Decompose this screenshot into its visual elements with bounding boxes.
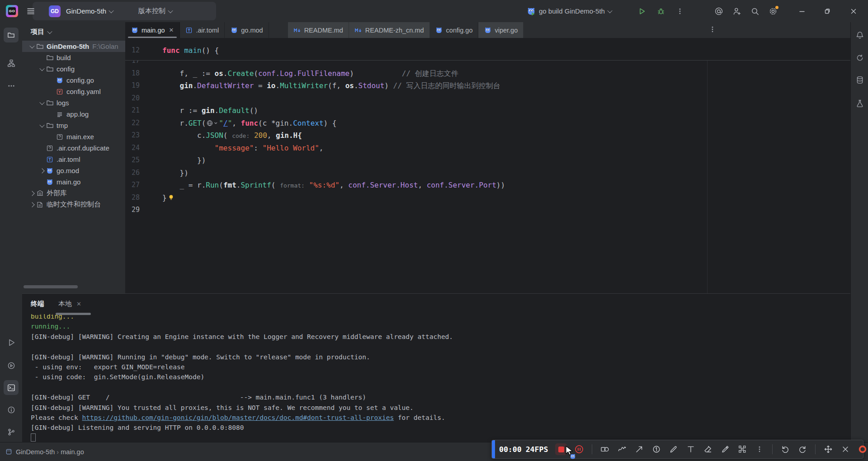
undo-tool-button[interactable] (777, 442, 794, 457)
run-outline-icon (7, 338, 16, 347)
code-editor[interactable]: 1718 f, _ := os.Create(conf.Log.FullFile… (125, 38, 850, 293)
redo-tool-button[interactable] (794, 442, 811, 457)
kebab-tool-button[interactable] (751, 442, 768, 457)
search-everywhere-button[interactable] (748, 4, 762, 19)
ai-assistant-button[interactable] (712, 4, 726, 19)
tree-item-go.mod[interactable]: go.mod (22, 165, 125, 176)
line-number[interactable]: 12 (125, 44, 140, 57)
pencil-tool-button[interactable] (665, 442, 682, 457)
debug-button[interactable] (654, 4, 668, 19)
editor-tab-README-zh_cn.md[interactable]: README-zh_cn.md (349, 22, 430, 38)
more-run-options-button[interactable] (673, 4, 687, 19)
close-tab-icon[interactable]: ✕ (169, 27, 174, 33)
close-tab-icon[interactable]: ✕ (76, 301, 81, 307)
tree-item-config[interactable]: config (22, 63, 125, 75)
editor-tab-go.mod[interactable]: go.mod (225, 22, 269, 38)
tool-problems-button[interactable] (4, 402, 19, 417)
terminal-tab-local[interactable]: 本地 ✕ (58, 300, 81, 308)
project-selector[interactable]: GinDemo-5th (66, 0, 113, 22)
tree-item-build[interactable]: build (22, 52, 125, 63)
line-number[interactable]: 22 (125, 117, 140, 130)
editor-tab-.air.toml[interactable]: .air.toml (180, 22, 225, 38)
tool-more-button[interactable] (4, 78, 19, 93)
editor-tab-main.go[interactable]: main.go✕ (125, 22, 180, 38)
tool-terminal-button[interactable] (4, 380, 19, 395)
editor-tab-config.go[interactable]: config.go (430, 22, 479, 38)
line-number[interactable]: 19 (125, 80, 140, 92)
tool-notifications-button[interactable] (852, 28, 867, 42)
chevron-down-icon[interactable] (38, 67, 46, 71)
step-tool-button[interactable] (648, 442, 665, 457)
tool-run-button[interactable] (4, 335, 19, 350)
window-minimize-button[interactable] (795, 4, 809, 19)
line-number[interactable]: 18 (125, 67, 140, 80)
vcs-widget[interactable]: 版本控制 (138, 0, 172, 22)
window-close-button[interactable] (846, 4, 861, 19)
tool-version-control-button[interactable] (4, 424, 19, 439)
line-number[interactable]: 23 (125, 129, 140, 142)
tree-item-外部库[interactable]: 外部库 (22, 188, 125, 199)
tree-item-logs[interactable]: logs (22, 97, 125, 108)
tree-item-.air.conf.duplicate[interactable]: .air.conf.duplicate (22, 142, 125, 154)
tree-item-临时文件和控制台[interactable]: 临时文件和控制台 (22, 199, 125, 210)
globe-icon[interactable] (207, 120, 218, 127)
chevron-right-icon[interactable] (28, 203, 36, 207)
eraser-tool-button[interactable] (699, 442, 717, 457)
line-number[interactable]: 25 (125, 154, 140, 167)
tool-database-button[interactable] (852, 72, 867, 87)
tree-item-.air.toml[interactable]: .air.toml (22, 154, 125, 165)
terminal-tool-window[interactable]: 终端 本地 ✕ building...running...[GIN-debug]… (22, 293, 850, 442)
marker-tool-button[interactable] (717, 442, 734, 457)
editor-tab-viper.go[interactable]: viper.go (478, 22, 524, 38)
applogo-tool-button[interactable] (854, 442, 868, 457)
editor-tab-README.md[interactable]: README.md (288, 22, 349, 38)
window-restore-button[interactable] (820, 4, 835, 19)
code-text: func main() { (162, 44, 219, 57)
freehand-tool-button[interactable] (613, 442, 631, 457)
settings-button[interactable] (766, 4, 780, 19)
close-tool-button[interactable] (837, 442, 854, 457)
tree-item-config.yaml[interactable]: config.yaml (22, 86, 125, 97)
move-tool-button[interactable] (820, 442, 837, 457)
tool-sync-button[interactable] (852, 50, 867, 65)
chevron-right-icon[interactable] (28, 192, 36, 195)
text-tool-button[interactable] (682, 442, 699, 457)
tree-item-config.go[interactable]: config.go (22, 75, 125, 86)
tree-item-GinDemo-5th[interactable]: GinDemo-5thF:\Golan (22, 41, 125, 52)
breadcrumb-item-main.go[interactable]: main.go (61, 448, 84, 456)
chevron-down-icon[interactable] (28, 45, 36, 48)
line-number[interactable]: 26 (125, 167, 140, 179)
line-number[interactable]: 28 (125, 192, 140, 204)
toml-icon (185, 27, 193, 34)
run-configuration-selector[interactable]: go build GinDemo-5th (527, 0, 612, 22)
tree-item-app.log[interactable]: app.log (22, 108, 125, 120)
chevron-down-icon[interactable] (38, 101, 46, 105)
bulb-icon[interactable] (168, 194, 175, 201)
main-menu-button[interactable] (24, 4, 38, 19)
tool-flask-button[interactable] (852, 96, 867, 111)
tool-structure-button[interactable] (4, 56, 19, 71)
chevron-down-icon[interactable] (38, 124, 46, 127)
mosaic-tool-button[interactable] (734, 442, 751, 457)
terminal-link[interactable]: https://github.com/gin-gonic/gin/blob/ma… (82, 414, 394, 421)
tool-project-button[interactable] (4, 28, 19, 42)
line-number[interactable]: 24 (125, 142, 140, 155)
tab-options-button[interactable] (709, 26, 716, 34)
ellipsis-icon (7, 82, 15, 90)
shapes-tool-button[interactable] (596, 442, 613, 457)
tree-item-tmp[interactable]: tmp (22, 120, 125, 131)
project-panel-header[interactable]: 项目 (31, 28, 52, 36)
run-button[interactable] (635, 4, 649, 19)
chevron-right-icon[interactable] (38, 169, 46, 173)
line-number[interactable]: 21 (125, 104, 140, 117)
tree-item-main.go[interactable]: main.go (22, 176, 125, 188)
line-number[interactable]: 20 (125, 92, 140, 105)
line-number[interactable]: 27 (125, 179, 140, 192)
tool-services-button[interactable] (4, 358, 19, 373)
horizontal-scrollbar-thumb[interactable] (24, 285, 78, 288)
breadcrumb-item-GinDemo-5th[interactable]: GinDemo-5th (16, 448, 55, 456)
code-with-me-button[interactable] (730, 4, 744, 19)
tree-item-main.exe[interactable]: main.exe (22, 131, 125, 142)
arrow-tool-button[interactable] (631, 442, 648, 457)
line-number[interactable]: 29 (125, 204, 140, 216)
